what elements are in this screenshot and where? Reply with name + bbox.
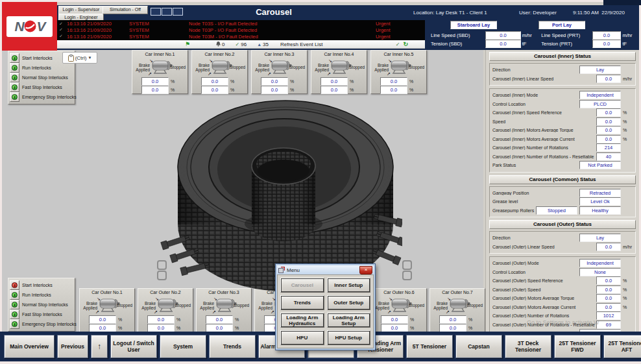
status-value: Healthy — [579, 206, 621, 215]
car-value-1: 0.0 — [380, 77, 407, 86]
brake-label: Brake Applied — [198, 301, 214, 310]
menu-button[interactable]: Outer Setup — [327, 295, 371, 310]
nav-button[interactable]: 25T Tensioner AFT — [603, 335, 641, 358]
starboard-lay-button: Starboard Lay — [450, 21, 497, 29]
alarm-priority: Urgent — [376, 34, 409, 40]
car-panel-title: Car Inner No.1 — [132, 51, 187, 58]
car-status: Stopped — [349, 65, 366, 69]
status-row: Grease level Level Ok — [492, 197, 633, 206]
nav-button[interactable]: 25T Tensioner FWD — [554, 335, 601, 358]
menu-button[interactable]: Loading Arm Hydraulics — [280, 313, 324, 328]
car-value-2: 0.0 — [320, 86, 348, 94]
alarm-row[interactable]: ✓ 16:13:16 21/09/2020 SYSTEM Node T03P -… — [57, 27, 425, 33]
flag-icon[interactable]: ⚑ — [185, 41, 190, 47]
sbd-unit: m/hr — [522, 32, 535, 38]
status-row: Speed 0.0 % — [492, 117, 633, 127]
brake-label: Brake Applied — [256, 301, 272, 310]
car-value-2: 0.0 — [141, 86, 169, 94]
interlock-indicator-button[interactable]: I — [10, 290, 19, 300]
refresh-icon[interactable]: ↻ — [403, 41, 408, 47]
menu-button[interactable]: Inner Setup — [327, 278, 371, 293]
nav-button[interactable]: ↑ — [91, 335, 108, 358]
menu-button[interactable]: Trends — [280, 295, 324, 310]
car-value-2: 0.0 — [261, 86, 288, 94]
alarm-time: 16:13:16 21/09/2020 — [67, 21, 129, 27]
status-row: Gangway Position Retracted — [492, 189, 633, 198]
sbd-value: 0.0 — [485, 40, 521, 48]
user-text: User: Developer — [519, 10, 557, 16]
nav-button[interactable]: Main Overview — [4, 335, 54, 358]
status-value: 0.0 — [596, 243, 621, 251]
nav-button[interactable]: Trends — [209, 335, 256, 358]
sbd-value: 0.0 — [485, 31, 521, 40]
brake-label: Brake Applied — [313, 63, 329, 72]
prt-unit: tF — [622, 41, 635, 47]
motor-drum-icon — [151, 60, 173, 75]
interlock-indicator-button[interactable]: I — [10, 300, 19, 309]
motor-drum-icon — [270, 60, 292, 75]
alarm-row[interactable]: ✓ 16:13:16 21/09/2020 SYSTEM Node T03S -… — [57, 21, 425, 27]
menu-button[interactable]: HPU Setup — [327, 330, 371, 345]
status-value: Not Parked — [579, 161, 621, 169]
interlock-state-icon: I — [12, 94, 18, 100]
menu-button[interactable]: HPU — [280, 330, 324, 345]
status-row: Carousel (Inner) Motors Average Current … — [492, 135, 633, 144]
car-status: Stopped — [409, 303, 426, 308]
status-value: 0.0 — [596, 117, 621, 126]
status-value: Level Ok — [579, 197, 621, 206]
interlock-indicator-button[interactable]: I — [10, 63, 19, 73]
alarm-row[interactable]: ✓ 16:13:16 21/09/2020 SYSTEM Node T03M -… — [57, 34, 425, 40]
status-value-extra: Stopped — [536, 206, 577, 215]
status-value: None — [579, 268, 621, 276]
nav-button[interactable]: 5T Tensioner — [406, 335, 453, 358]
nav-button[interactable]: Previous — [57, 335, 88, 358]
nov-logo-box: N V — [6, 16, 53, 37]
nav-button[interactable]: Capstan — [455, 335, 502, 358]
triangle-icon: ▲ — [257, 42, 261, 47]
ack-all-icon[interactable]: ✓ — [396, 42, 400, 47]
common-status-header: Carousel (Common) Status — [489, 175, 636, 184]
nav-button[interactable]: System — [160, 335, 206, 358]
interlock-indicator-button[interactable]: I — [10, 309, 19, 319]
brake-label: Brake Applied — [139, 301, 156, 310]
interlock-indicator-button[interactable]: I — [10, 82, 19, 92]
lay-status-row: Line Speed (SBD) 0.0 m/hr Line Speed (PR… — [431, 31, 635, 40]
simulation-toggle-button[interactable]: Simulation - Off — [103, 6, 148, 14]
interlock-indicator-button[interactable]: I — [10, 53, 19, 63]
location-text: Location: Lay Desk T1 - Client 1 — [413, 10, 487, 16]
interlock-indicator-button[interactable]: I — [10, 319, 19, 329]
menu-window-icon — [278, 267, 285, 273]
nov-logo: N V — [2, 2, 57, 51]
status-row: Carousel (Outer) Mode Independent — [492, 259, 633, 268]
interlock-indicator-button[interactable]: I — [10, 73, 19, 82]
car-panel-title: Car Outer No.7 — [430, 289, 485, 297]
menu-button[interactable]: Carousel — [280, 278, 324, 293]
nav-button[interactable]: Logout / Switch User — [110, 335, 157, 358]
header-bar: Login - Supervisor Login - Engineer Simu… — [57, 5, 639, 19]
car-status: Stopped — [175, 303, 192, 308]
alarm-source: SYSTEM — [129, 21, 189, 27]
car-inner-panel: Car Inner No.5 Brake Applied ↘ ↗ Stopped… — [370, 50, 427, 94]
status-value: 0.0 — [596, 294, 621, 302]
status-value: 0.0 — [596, 126, 621, 134]
status-value: 214 — [596, 143, 621, 152]
menu-window-title: Menu — [287, 267, 357, 273]
interlock-indicator-button[interactable]: I — [10, 92, 19, 102]
interlock-indicator-button[interactable]: I — [10, 280, 19, 290]
paste-options-button[interactable]: (Ctrl) ▼ — [62, 52, 97, 64]
status-indicator-1 — [151, 8, 161, 16]
car-value-2: 0.0 — [201, 86, 228, 94]
car-inner-panel: Car Inner No.2 Brake Applied ↘ ↗ Stopped… — [191, 50, 248, 94]
inner-status-header: Carousel (Inner) Status — [489, 52, 636, 61]
interlock-item: I Normal Stop Interlocks — [10, 73, 73, 82]
clipboard-icon — [68, 55, 74, 62]
refresh-event-list-button[interactable]: Refresh Event List — [280, 42, 322, 47]
menu-titlebar[interactable]: Menu × — [277, 265, 374, 274]
nav-button[interactable]: 3T Deck Tensioner — [505, 335, 551, 358]
alarm-source: SYSTEM — [129, 34, 189, 40]
close-icon[interactable]: × — [359, 266, 372, 274]
car-panel-title: Car Inner No.4 — [311, 51, 367, 58]
car-panel-title: Car Inner No.2 — [192, 51, 247, 58]
status-value: 0.0 — [596, 108, 621, 117]
menu-button[interactable]: Loading Arm Setup — [327, 313, 371, 328]
